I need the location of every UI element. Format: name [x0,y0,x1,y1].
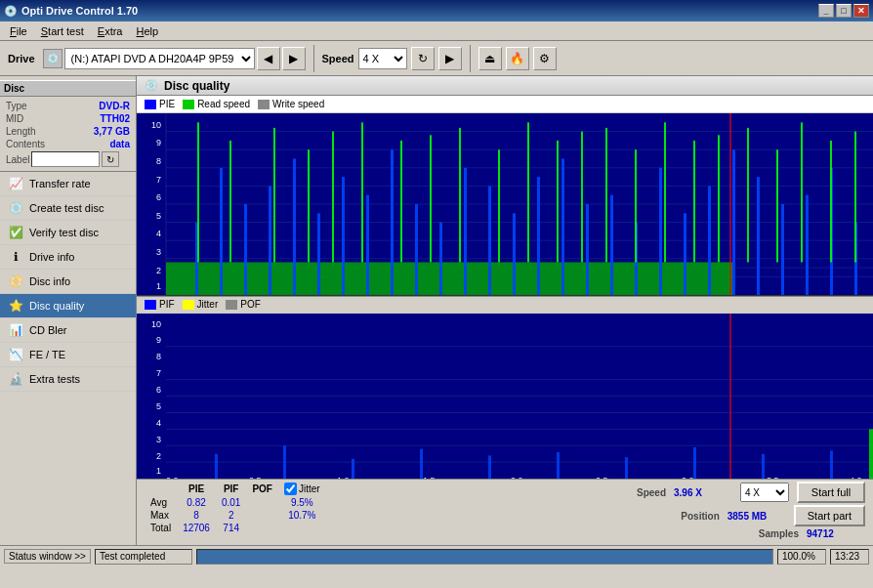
svg-rect-129 [869,429,873,479]
status-time: 13:23 [830,549,869,565]
legend-pif: PIF [145,299,175,310]
menu-help[interactable]: Help [130,23,164,39]
drive-dropdown[interactable]: (N:) ATAPI DVD A DH20A4P 9P59 [64,48,255,69]
toolbar: Drive 💿 (N:) ATAPI DVD A DH20A4P 9P59 ◀ … [0,41,873,76]
start-full-button[interactable]: Start full [797,482,865,503]
svg-text:10: 10 [151,318,161,328]
jitter-checkbox[interactable] [284,483,297,495]
svg-text:0.0: 0.0 [166,293,179,295]
svg-rect-62 [308,149,310,262]
mid-value: TTH02 [100,113,130,124]
sidebar-item-disc-quality[interactable]: ⭐ Disc quality [0,294,136,318]
svg-text:6: 6 [156,192,161,202]
max-jitter: 10.7% [278,509,326,522]
sidebar-item-drive-info[interactable]: ℹ Drive info [0,245,136,270]
status-text: Test completed [95,549,192,565]
svg-text:3.0: 3.0 [682,476,694,479]
cd-bler-label: CD Bler [29,324,67,336]
disc-section-header: Disc [0,80,136,97]
menu-bar: File Start test Extra Help [0,21,873,41]
svg-text:3.5: 3.5 [767,476,779,479]
col-header-pie: PIE [177,482,216,496]
svg-rect-125 [693,447,696,479]
svg-text:6: 6 [156,385,161,395]
total-pif: 714 [216,522,246,534]
avg-pie: 0.82 [177,496,216,509]
create-test-disc-label: Create test disc [29,202,104,214]
status-window-button[interactable]: Status window >> [4,549,91,564]
write-speed-color-swatch [258,100,270,109]
toolbar-btn-2[interactable]: ▶ [438,47,462,70]
svg-rect-65 [400,141,402,263]
bottom-stats: PIE PIF POF Jitter Avg 0.82 0.01 9.5% [137,479,873,545]
sidebar-item-fe-te[interactable]: 📉 FE / TE [0,343,136,367]
svg-rect-48 [659,168,662,295]
sidebar-item-cd-bler[interactable]: 📊 CD Bler [0,318,136,343]
disc-info-area: Type DVD-R MID TTH02 Length 3,77 GB Cont… [0,97,136,172]
length-label: Length [6,126,36,137]
label-refresh-button[interactable]: ↻ [102,151,119,167]
eject-button[interactable]: ⏏ [478,47,502,70]
col-header-pof: POF [246,482,278,496]
close-button[interactable]: ✕ [853,4,869,18]
svg-rect-61 [273,128,275,263]
svg-text:1: 1 [156,466,161,476]
speed-stat-select[interactable]: 1 X 2 X 4 X 8 X [740,483,789,502]
speed-stat-value: 3.96 X [674,487,732,498]
svg-text:10: 10 [151,120,161,130]
svg-rect-79 [801,122,803,262]
speed-row: Speed 3.96 X 1 X 2 X 4 X 8 X Start full [637,482,865,503]
type-label: Type [6,101,27,111]
sidebar-item-disc-info[interactable]: 📀 Disc info [0,270,136,294]
drive-next-button[interactable]: ▶ [282,47,306,70]
svg-rect-40 [464,168,467,295]
sidebar-item-transfer-rate[interactable]: 📈 Transfer rate [0,172,136,196]
disc-info-label: Disc info [29,275,70,287]
svg-rect-49 [684,213,686,295]
start-part-button[interactable]: Start part [794,505,865,526]
label-input[interactable] [31,151,100,167]
disc-quality-label: Disc quality [29,300,84,312]
svg-rect-45 [586,204,589,295]
sidebar-item-verify-test-disc[interactable]: ✅ Verify test disc [0,221,136,245]
col-header-jitter: Jitter [299,483,320,494]
disc-quality-icon-header: 💿 [145,79,158,92]
read-speed-label: Read speed [197,99,250,109]
menu-start-test[interactable]: Start test [35,23,90,39]
burn-button[interactable]: 🔥 [506,47,529,70]
fe-te-label: FE / TE [29,349,65,360]
pif-label: PIF [159,299,175,310]
verify-test-disc-icon: ✅ [8,225,23,240]
samples-label: Samples [759,528,799,539]
minimize-button[interactable]: _ [818,4,834,18]
maximize-button[interactable]: □ [836,4,852,18]
legend-read-speed: Read speed [183,99,250,109]
svg-rect-39 [439,223,442,295]
svg-rect-59 [197,122,199,262]
svg-rect-72 [605,128,607,263]
drive-prev-button[interactable]: ◀ [257,47,280,70]
refresh-button[interactable]: ↻ [411,47,435,70]
speed-dropdown[interactable]: 1 X 2 X 4 X 8 X Max [358,48,407,69]
settings-button[interactable]: ⚙ [533,47,557,70]
label-label: Label [6,154,29,165]
pif-color-swatch [145,300,156,310]
svg-text:1.0: 1.0 [337,293,350,295]
menu-extra[interactable]: Extra [92,23,129,39]
app-icon: 💿 [4,5,18,18]
chart2-legend: PIF Jitter POF [137,296,873,314]
legend-pie: PIE [145,99,175,109]
svg-rect-43 [537,177,540,295]
sidebar-item-create-test-disc[interactable]: 💿 Create test disc [0,196,136,221]
svg-text:2: 2 [156,451,161,461]
svg-rect-63 [332,132,334,263]
total-label: Total [145,522,177,534]
sidebar-item-extra-tests[interactable]: 🔬 Extra tests [0,367,136,392]
menu-file[interactable]: File [4,23,33,39]
chart2-svg: 10 9 8 7 6 5 4 3 2 1 20% 16% 12% 8% 4% [137,314,873,479]
svg-rect-60 [229,141,231,263]
progress-bar-inner [197,550,772,564]
svg-rect-123 [557,452,560,479]
svg-rect-73 [635,149,637,262]
svg-rect-41 [488,186,491,295]
